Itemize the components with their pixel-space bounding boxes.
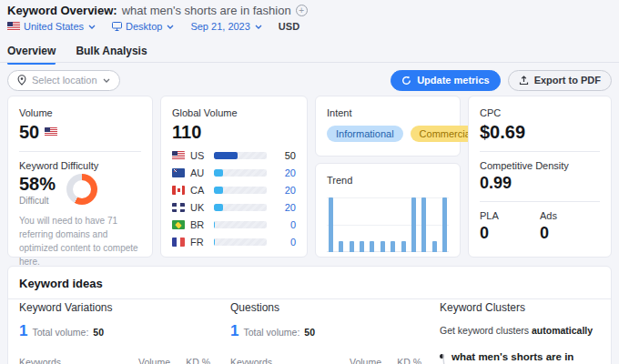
column-header-kd[interactable]: KD % [381,357,421,364]
fr-flag-icon [172,238,185,247]
trend-bar [432,241,437,252]
keyword-clusters-label: Keyword Clusters [440,301,600,314]
global-volume-row: AU20 [172,167,296,178]
questions-count[interactable]: 1 [230,322,238,340]
add-to-list-icon[interactable]: + [296,5,308,16]
au-flag-icon [172,168,185,177]
country-volume-value: 0 [272,237,296,248]
volume-bar-track [214,169,267,177]
variations-total-label: Total volume: [32,327,88,338]
us-flag-icon [45,127,57,136]
volume-bar-fill [214,238,215,246]
divider [480,151,600,152]
cpc-label: CPC [480,107,600,118]
volume-bar-track [214,152,267,159]
country-code: BR [190,219,208,230]
chevron-down-icon [103,78,110,83]
trend-bar [329,197,333,252]
country-code: US [190,150,208,161]
volume-label: Volume [19,107,141,118]
trend-chart [327,194,449,252]
keyword-difficulty-label: Keyword Difficulty [19,160,141,171]
kd-value: 58% [19,174,56,195]
global-volume-rows: US50AU20CA20UK20BR0FR0 [172,150,296,248]
divider [480,201,600,202]
volume-bar-fill [214,204,223,211]
column-header-keywords[interactable]: Keywords [19,357,123,364]
device-filter-label: Desktop [126,21,162,32]
update-metrics-label: Update metrics [417,75,489,86]
trend-bar [391,241,395,252]
pla-value: 0 [480,224,540,243]
questions-label: Questions [230,301,421,314]
intent-card: Intent Informational Commercial [315,96,461,157]
trend-bar [401,241,406,252]
column-header-keywords[interactable]: Keywords [230,357,334,364]
us-flag-icon [172,151,185,160]
volume-bar-track [214,187,267,194]
keyword-variations-label: Keyword Variations [19,301,210,314]
volume-bar-track [214,221,267,228]
variations-table-header: Keywords Volume KD % [19,357,210,364]
location-filter[interactable]: United States [7,21,96,32]
volume-bar-track [214,204,267,211]
volume-bar-fill [214,152,238,159]
device-filter[interactable]: Desktop [112,21,174,32]
intent-badge-informational[interactable]: Informational [327,126,403,142]
kd-level: Difficult [19,196,56,206]
global-volume-row: UK20 [172,202,296,213]
us-flag-icon [7,22,20,31]
uk-flag-icon [172,203,185,212]
questions-column: Questions 1 Total volume: 50 Keywords Vo… [230,298,421,364]
select-location-button[interactable]: Select location [7,70,120,91]
questions-table-header: Keywords Volume KD % [230,357,421,364]
country-volume-value: 20 [272,185,296,196]
trend-bar [381,241,385,252]
kd-donut-gauge [66,174,97,205]
tab-divider [0,62,619,63]
trend-label: Trend [327,175,449,186]
trend-bar [360,241,364,252]
volume-bar-fill [214,169,223,177]
trend-bar [411,197,416,252]
page-header: Keyword Overview: what men's shorts are … [7,4,308,17]
br-flag-icon [172,220,185,229]
select-location-label: Select location [32,75,97,86]
chevron-down-icon [255,25,262,29]
volume-value: 50 [19,121,39,143]
competitive-density-value: 0.99 [480,174,600,193]
volume-bar-fill [214,221,215,228]
clusters-hint: Get keyword clusters automatically [440,325,600,336]
column-header-kd[interactable]: KD % [170,357,210,364]
keyword-clusters-column: Keyword Clusters Get keyword clusters au… [440,298,600,364]
global-volume-card: Global Volume 110 US50AU20CA20UK20BR0FR0 [160,96,308,258]
chevron-down-icon [88,25,96,29]
intent-label: Intent [327,107,449,118]
trend-card: Trend [315,163,461,258]
variations-total-value: 50 [93,327,104,338]
cluster-item[interactable]: what men's shorts are in fashion [440,351,600,364]
chevron-down-icon [167,25,174,29]
column-header-volume[interactable]: Volume [334,357,381,364]
keyword-variations-column: Keyword Variations 1 Total volume: 50 Ke… [19,298,210,364]
location-filter-label: United States [24,21,84,32]
cpc-value: $0.69 [480,121,525,143]
volume-bar-fill [214,187,223,194]
update-metrics-button[interactable]: Update metrics [391,70,500,91]
column-header-volume[interactable]: Volume [123,357,170,364]
pla-label: PLA [480,210,540,221]
trend-bar [421,197,426,252]
ca-flag-icon [172,186,185,195]
date-filter[interactable]: Sep 21, 2023 [190,21,261,32]
global-volume-label: Global Volume [172,107,296,118]
country-volume-value: 50 [272,150,296,161]
global-volume-row: US50 [172,150,296,161]
divider [19,151,141,152]
global-volume-row: FR0 [172,237,296,248]
export-pdf-button[interactable]: Export to PDF [508,70,612,91]
page-title: Keyword Overview: [7,4,117,17]
questions-total-label: Total volume: [243,327,299,338]
competitive-density-label: Competitive Density [480,160,600,171]
variations-count[interactable]: 1 [19,322,27,340]
country-code: CA [190,185,208,196]
